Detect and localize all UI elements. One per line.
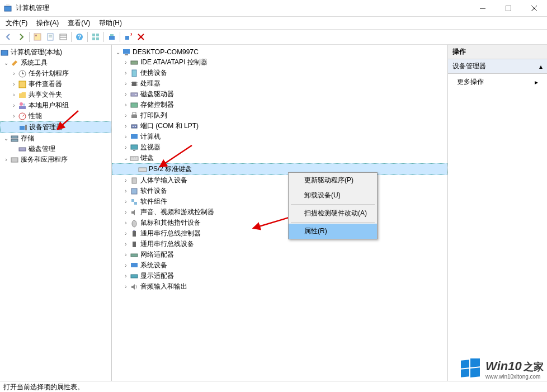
svg-rect-83: [461, 369, 469, 377]
tree-shared-folders[interactable]: ›共享文件夹: [0, 89, 111, 100]
expander-icon[interactable]: ›: [122, 123, 130, 129]
actions-section[interactable]: 设备管理器 ▴: [448, 59, 547, 74]
device-software-dev[interactable]: ›软件设备: [112, 186, 447, 196]
svg-rect-61: [133, 150, 135, 151]
expander-icon[interactable]: ›: [122, 188, 130, 194]
svg-point-52: [135, 94, 136, 95]
show-hide-tree-button[interactable]: [31, 31, 44, 43]
expander-icon[interactable]: ›: [122, 102, 130, 108]
windows-logo-icon: [460, 358, 481, 380]
svg-rect-6: [34, 34, 41, 40]
device-disk-drives[interactable]: ›磁盘驱动器: [112, 89, 447, 100]
svg-rect-44: [131, 61, 138, 64]
expander-icon[interactable]: ›: [122, 91, 130, 97]
device-ide[interactable]: ›IDE ATA/ATAPI 控制器: [112, 57, 447, 68]
tree-local-users[interactable]: ›本地用户和组: [0, 100, 111, 111]
monitor-icon: [130, 143, 139, 152]
forward-button[interactable]: [15, 31, 27, 43]
uninstall-button[interactable]: ×: [122, 31, 134, 43]
tree-root[interactable]: 计算机管理(本地): [0, 47, 111, 58]
tree-label: 人体学输入设备: [140, 176, 187, 185]
device-sound[interactable]: ›声音、视频和游戏控制器: [112, 207, 447, 218]
tree-event-viewer[interactable]: ›事件查看器: [0, 79, 111, 89]
expander-icon[interactable]: ›: [10, 81, 18, 87]
device-system[interactable]: ›系统设备: [112, 260, 447, 271]
properties-button[interactable]: [44, 31, 56, 43]
menu-action[interactable]: 操作(A): [33, 17, 62, 29]
svg-rect-64: [133, 158, 134, 158]
tree-performance[interactable]: ›性能: [0, 111, 111, 121]
maximize-button[interactable]: [496, 0, 521, 17]
device-ps2-keyboard[interactable]: PS/2 标准键盘: [112, 163, 447, 175]
expander-icon[interactable]: ⌄: [2, 135, 10, 141]
expander-icon[interactable]: ›: [122, 177, 130, 183]
tree-disk-mgmt[interactable]: 磁盘管理: [0, 144, 111, 154]
svg-rect-41: [11, 158, 18, 162]
back-button[interactable]: [2, 31, 15, 43]
device-keyboards[interactable]: ⌄键盘: [112, 153, 447, 163]
tree-services[interactable]: ›服务和应用程序: [0, 154, 111, 165]
expander-icon[interactable]: ⌄: [2, 60, 10, 66]
ctx-scan[interactable]: 扫描检测硬件改动(A): [289, 206, 377, 221]
device-computer[interactable]: ›计算机: [112, 131, 447, 142]
device-network[interactable]: ›网络适配器: [112, 249, 447, 260]
device-display[interactable]: ›显示适配器: [112, 271, 447, 281]
close-button[interactable]: [521, 0, 547, 17]
device-ports[interactable]: ›端口 (COM 和 LPT): [112, 121, 447, 131]
device-hid[interactable]: ›人体学输入设备: [112, 175, 447, 186]
expander-icon[interactable]: ⌄: [122, 155, 130, 161]
tree-storage[interactable]: ⌄存储: [0, 133, 111, 144]
grid-view-button[interactable]: [89, 31, 102, 43]
ctx-update-driver[interactable]: 更新驱动程序(P): [289, 173, 377, 188]
expander-icon[interactable]: ›: [122, 273, 130, 279]
expander-icon[interactable]: ›: [122, 112, 130, 119]
ctx-uninstall[interactable]: 卸载设备(U): [289, 188, 377, 203]
expander-icon[interactable]: ›: [122, 220, 130, 226]
expander-icon[interactable]: ›: [10, 92, 18, 98]
tree-system-tools[interactable]: ⌄系统工具: [0, 58, 111, 68]
expander-icon[interactable]: ›: [122, 144, 130, 150]
actions-more[interactable]: 更多操作 ▸: [448, 74, 547, 90]
expander-icon[interactable]: ›: [2, 157, 10, 163]
expander-icon[interactable]: ›: [122, 81, 130, 87]
expander-icon[interactable]: ›: [10, 70, 18, 77]
tree-task-scheduler[interactable]: ›任务计划程序: [0, 68, 111, 79]
tree-device-manager[interactable]: 设备管理器: [0, 121, 111, 133]
expander-icon[interactable]: ›: [122, 241, 130, 247]
device-mouse[interactable]: ›鼠标和其他指针设备: [112, 218, 447, 228]
scan-hardware-button[interactable]: [106, 31, 118, 43]
device-monitors[interactable]: ›监视器: [112, 142, 447, 153]
device-storage-ctrl[interactable]: ›存储控制器: [112, 100, 447, 110]
minimize-button[interactable]: [470, 0, 496, 17]
device-software-comp[interactable]: ›软件组件: [112, 196, 447, 207]
expander-icon[interactable]: ⌄: [114, 49, 122, 55]
device-audio-io[interactable]: ›音频输入和输出: [112, 281, 447, 292]
expander-icon[interactable]: ›: [122, 199, 130, 205]
expander-icon[interactable]: ›: [122, 252, 130, 258]
sound-icon: [130, 208, 139, 217]
device-root[interactable]: ⌄DESKTOP-COM997C: [112, 47, 447, 57]
expander-icon[interactable]: ›: [122, 209, 130, 215]
expander-icon[interactable]: ›: [10, 102, 18, 108]
expander-icon[interactable]: ›: [122, 284, 130, 290]
device-usb-ctrl[interactable]: ›通用串行总线控制器: [112, 228, 447, 239]
menu-file[interactable]: 文件(F): [2, 17, 31, 29]
delete-button[interactable]: [135, 31, 147, 43]
expander-icon[interactable]: ›: [122, 59, 130, 65]
expander-icon[interactable]: ›: [122, 70, 130, 76]
list-view-button[interactable]: [57, 31, 69, 43]
help-button[interactable]: ?: [73, 31, 86, 43]
expander-icon[interactable]: ›: [122, 134, 130, 140]
device-usb-dev[interactable]: ›通用串行总线设备: [112, 239, 447, 249]
device-processors[interactable]: ›处理器: [112, 78, 447, 89]
ctx-properties[interactable]: 属性(R): [289, 224, 377, 239]
menu-help[interactable]: 帮助(H): [96, 17, 125, 29]
expander-icon[interactable]: ›: [10, 113, 18, 119]
device-portable[interactable]: ›便携设备: [112, 68, 447, 78]
ide-icon: [130, 58, 139, 67]
menu-view[interactable]: 查看(V): [64, 17, 93, 29]
expander-icon[interactable]: ›: [122, 262, 130, 268]
hid-icon: [130, 176, 139, 185]
expander-icon[interactable]: ›: [122, 230, 130, 237]
device-print-queues[interactable]: ›打印队列: [112, 110, 447, 121]
